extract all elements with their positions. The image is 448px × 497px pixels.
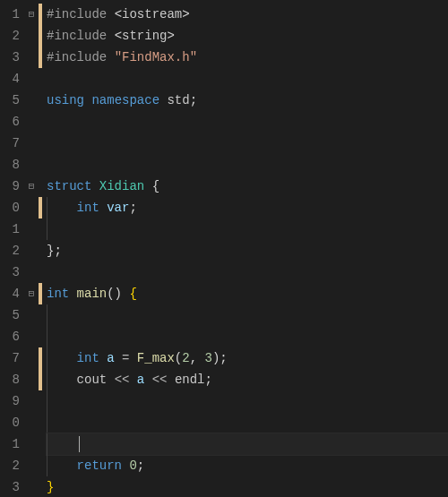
code-line[interactable]: #include "FindMax.h" <box>47 47 448 68</box>
line-number: 4 <box>4 283 20 304</box>
line-number: 0 <box>4 197 20 219</box>
string-literal: "FindMax.h" <box>115 50 197 64</box>
diff-modified-icon <box>39 47 42 68</box>
diff-modified-icon <box>39 4 42 25</box>
code-line[interactable]: }; <box>47 240 448 261</box>
code-line[interactable]: #include <iostream> <box>47 4 448 25</box>
fold-collapse-icon[interactable]: ⊟ <box>25 176 38 197</box>
line-number: 1 <box>4 4 20 25</box>
code-line[interactable]: int var; <box>47 197 448 219</box>
code-line[interactable]: int a = F_max(2, 3); <box>47 347 448 369</box>
line-number: 7 <box>4 347 20 369</box>
diff-modified-icon <box>39 197 42 219</box>
code-line[interactable] <box>47 154 448 176</box>
line-number: 6 <box>4 111 20 133</box>
fold-gutter: ⊟ ⊟ ⊟ <box>25 0 38 497</box>
line-number: 9 <box>4 176 20 197</box>
code-line[interactable] <box>47 304 448 326</box>
line-number: 4 <box>4 68 20 90</box>
code-line[interactable]: using namespace std; <box>47 90 448 111</box>
line-number: 7 <box>4 133 20 154</box>
diff-modified-icon <box>39 347 42 369</box>
fold-collapse-icon[interactable]: ⊟ <box>25 4 38 25</box>
code-line[interactable] <box>47 261 448 283</box>
line-number: 3 <box>4 47 20 68</box>
text-cursor-icon <box>79 436 80 452</box>
code-editor[interactable]: #include <iostream> #include <string> #i… <box>43 0 448 497</box>
line-number: 5 <box>4 90 20 111</box>
code-line[interactable]: #include <string> <box>47 25 448 47</box>
code-line[interactable] <box>47 326 448 347</box>
code-line[interactable]: struct Xidian { <box>47 176 448 197</box>
code-line[interactable] <box>47 390 448 412</box>
code-line[interactable]: int main() { <box>47 283 448 304</box>
line-number: 0 <box>4 412 20 433</box>
code-line[interactable] <box>47 133 448 154</box>
fold-collapse-icon[interactable]: ⊟ <box>25 283 38 304</box>
line-number-gutter: 1 2 3 4 5 6 7 8 9 0 1 2 3 4 5 6 7 8 9 0 … <box>0 0 25 497</box>
line-number: 8 <box>4 154 20 176</box>
line-number: 3 <box>4 261 20 283</box>
line-number: 1 <box>4 433 20 455</box>
code-line[interactable]: return 0; <box>47 455 448 476</box>
line-number: 2 <box>4 455 20 476</box>
code-line[interactable]: cout << a << endl; <box>47 369 448 390</box>
line-number: 1 <box>4 219 20 240</box>
code-line-active[interactable] <box>47 433 448 455</box>
code-line[interactable] <box>47 68 448 90</box>
diff-modified-icon <box>39 369 42 390</box>
code-line[interactable] <box>47 111 448 133</box>
line-number: 6 <box>4 326 20 347</box>
line-number: 2 <box>4 240 20 261</box>
diff-modified-icon <box>39 25 42 47</box>
diff-modified-icon <box>39 283 42 304</box>
line-number: 3 <box>4 476 20 497</box>
line-number: 5 <box>4 304 20 326</box>
preproc-token: #include <box>47 7 115 21</box>
line-number: 8 <box>4 369 20 390</box>
code-line[interactable] <box>47 412 448 433</box>
code-line[interactable] <box>47 219 448 240</box>
code-line[interactable]: } <box>47 476 448 497</box>
line-number: 9 <box>4 390 20 412</box>
line-number: 2 <box>4 25 20 47</box>
